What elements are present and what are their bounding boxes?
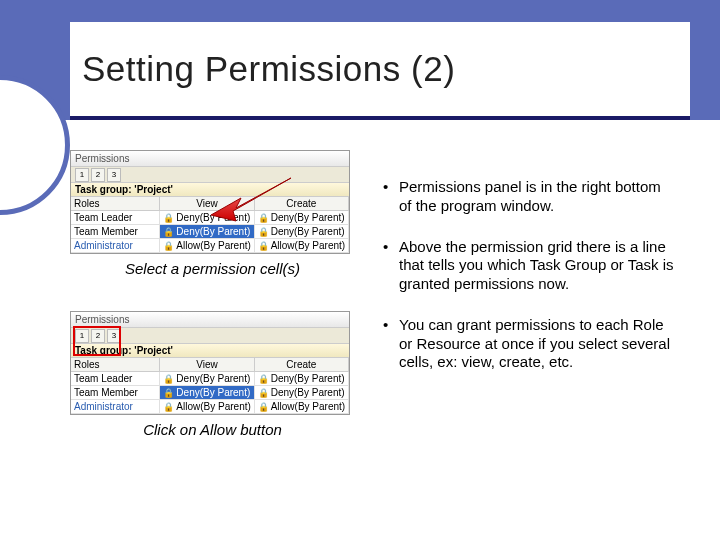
lock-icon: 🔒 [163, 388, 174, 398]
lock-icon: 🔒 [163, 227, 174, 237]
lock-icon: 🔒 [163, 374, 174, 384]
create-cell[interactable]: 🔒Allow(By Parent) [255, 400, 349, 413]
table-row: Team Member 🔒Deny(By Parent) 🔒Deny(By Pa… [71, 386, 349, 400]
permissions-panel-screenshot-1: Permissions 1 2 3 Task group: 'Project' … [70, 150, 350, 254]
caption-1: Select a permission cell(s) [70, 260, 355, 277]
lock-icon: 🔒 [258, 374, 269, 384]
table-row: Team Leader 🔒Deny(By Parent) 🔒Deny(By Pa… [71, 372, 349, 386]
view-cell-selected[interactable]: 🔒Deny(By Parent) [160, 386, 254, 399]
red-arrow-icon [206, 173, 296, 223]
toolbar-btn-3[interactable]: 3 [107, 168, 121, 182]
role-cell[interactable]: Administrator [71, 400, 160, 413]
header-roles[interactable]: Roles [71, 358, 160, 371]
table-row: Team Member 🔒Deny(By Parent) 🔒Deny(By Pa… [71, 225, 349, 239]
lock-icon: 🔒 [163, 213, 174, 223]
spacer [70, 293, 355, 311]
title-container: Setting Permissions (2) [70, 22, 690, 120]
toolbar-btn-2[interactable]: 2 [91, 168, 105, 182]
lock-icon: 🔒 [258, 388, 269, 398]
view-cell[interactable]: 🔒Deny(By Parent) [160, 372, 254, 385]
header-roles[interactable]: Roles [71, 197, 160, 210]
caption-2: Click on Allow button [70, 421, 355, 438]
lock-icon: 🔒 [258, 227, 269, 237]
table-row: Administrator 🔒Allow(By Parent) 🔒Allow(B… [71, 239, 349, 253]
bullet-item: Above the permission grid there is a lin… [383, 238, 675, 294]
header-view[interactable]: View [160, 358, 254, 371]
view-cell[interactable]: 🔒Allow(By Parent) [160, 239, 254, 252]
header-create[interactable]: Create [255, 358, 349, 371]
view-cell-selected[interactable]: 🔒Deny(By Parent) [160, 225, 254, 238]
table-row: Administrator 🔒Allow(By Parent) 🔒Allow(B… [71, 400, 349, 414]
grid-header: Roles View Create [71, 358, 349, 372]
lock-icon: 🔒 [163, 402, 174, 412]
role-cell[interactable]: Team Leader [71, 372, 160, 385]
create-cell[interactable]: 🔒Allow(By Parent) [255, 239, 349, 252]
permissions-panel-screenshot-2: Permissions 1 2 3 Task group: 'Project' … [70, 311, 350, 415]
lock-icon: 🔒 [163, 241, 174, 251]
bullet-item: Permissions panel is in the right bottom… [383, 178, 675, 216]
create-cell[interactable]: 🔒Deny(By Parent) [255, 386, 349, 399]
bullet-item: You can grant permissions to each Role o… [383, 316, 675, 372]
create-cell[interactable]: 🔒Deny(By Parent) [255, 225, 349, 238]
red-highlight-box [73, 326, 121, 356]
bullet-list: Permissions panel is in the right bottom… [375, 178, 675, 372]
right-column: Permissions panel is in the right bottom… [375, 150, 675, 510]
panel-title: Permissions [71, 151, 349, 167]
role-cell[interactable]: Team Member [71, 386, 160, 399]
lock-icon: 🔒 [258, 402, 269, 412]
role-cell[interactable]: Administrator [71, 239, 160, 252]
slide-title: Setting Permissions (2) [82, 49, 455, 89]
view-cell[interactable]: 🔒Allow(By Parent) [160, 400, 254, 413]
role-cell[interactable]: Team Leader [71, 211, 160, 224]
lock-icon: 🔒 [258, 241, 269, 251]
toolbar-btn-1[interactable]: 1 [75, 168, 89, 182]
left-column: Permissions 1 2 3 Task group: 'Project' … [70, 150, 355, 510]
role-cell[interactable]: Team Member [71, 225, 160, 238]
create-cell[interactable]: 🔒Deny(By Parent) [255, 372, 349, 385]
content-area: Permissions 1 2 3 Task group: 'Project' … [70, 150, 690, 510]
